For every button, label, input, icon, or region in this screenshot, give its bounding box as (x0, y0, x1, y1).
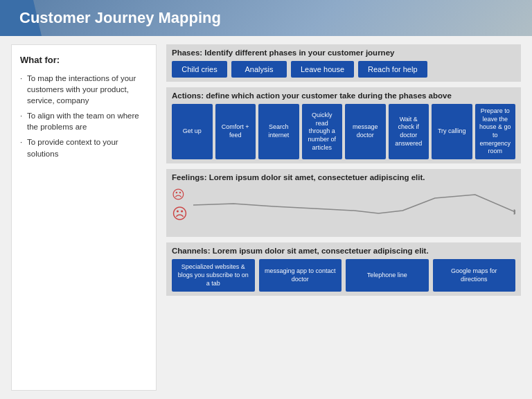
main-content: What for: To map the interactions of you… (0, 36, 532, 399)
emoji-sad: ☹ (172, 205, 188, 223)
channel-btn-messaging[interactable]: messaging app to contact doctor (259, 259, 342, 292)
phase-btn-leave-house[interactable]: Leave house (291, 61, 354, 78)
list-item: To align with the team on where the prob… (20, 108, 148, 134)
phases-row: Child cries Analysis Leave house Reach f… (172, 61, 515, 78)
channels-row: Specialized websites & blogs you subscri… (172, 259, 515, 292)
actions-section: Actions: define which action your custom… (166, 87, 521, 163)
channel-btn-google-maps[interactable]: Google maps for directions (433, 259, 516, 292)
action-btn-read[interactable]: Quickly read through a number of article… (302, 104, 343, 159)
svg-marker-0 (514, 209, 515, 215)
action-btn-comfort[interactable]: Comfort + feed (215, 104, 256, 159)
page: Customer Journey Mapping What for: To ma… (0, 0, 532, 399)
left-panel-title: What for: (20, 55, 148, 65)
emoji-happy: ☹ (172, 187, 188, 202)
action-btn-calling[interactable]: Try calling (432, 104, 472, 159)
feelings-section: Feelings: Lorem ipsum dolor sit amet, co… (166, 169, 521, 237)
feelings-chart: ☹ ☹ (172, 184, 515, 233)
phases-label: Phases: Identify different phases in you… (172, 48, 515, 57)
list-item: To provide context to your solutions (20, 134, 148, 161)
actions-row: Get up Comfort + feed Search internet Qu… (172, 104, 515, 159)
right-panel: Phases: Identify different phases in you… (166, 44, 521, 391)
emoji-column: ☹ ☹ (172, 184, 188, 223)
feelings-label: Feelings: Lorem ipsum dolor sit amet, co… (172, 173, 515, 181)
list-item: To map the interactions of your customer… (20, 71, 148, 108)
header: Customer Journey Mapping (0, 0, 532, 36)
chart-area (193, 184, 515, 229)
channel-btn-websites[interactable]: Specialized websites & blogs you subscri… (172, 259, 255, 292)
phase-btn-analysis[interactable]: Analysis (231, 61, 287, 78)
actions-label: Actions: define which action your custom… (172, 91, 515, 100)
action-btn-search[interactable]: Search internet (258, 104, 299, 159)
feelings-svg (193, 184, 515, 229)
action-btn-message[interactable]: message doctor (345, 104, 386, 159)
page-title: Customer Journey Mapping (19, 9, 221, 27)
action-btn-prepare[interactable]: Prepare to leave the house & go to emerg… (475, 104, 516, 159)
phase-btn-reach-help[interactable]: Reach for help (358, 61, 427, 78)
left-panel: What for: To map the interactions of you… (11, 44, 157, 391)
channels-label: Channels: Lorem ipsum dolor sit amet, co… (172, 247, 515, 255)
action-btn-wait[interactable]: Wait & check if doctor answered (389, 104, 429, 159)
channel-btn-telephone[interactable]: Telephone line (346, 259, 429, 292)
phases-section: Phases: Identify different phases in you… (166, 44, 521, 82)
phase-btn-child-cries[interactable]: Child cries (172, 61, 227, 78)
left-panel-list: To map the interactions of your customer… (20, 71, 148, 161)
channels-section: Channels: Lorem ipsum dolor sit amet, co… (166, 242, 521, 296)
action-btn-get-up[interactable]: Get up (172, 104, 213, 159)
